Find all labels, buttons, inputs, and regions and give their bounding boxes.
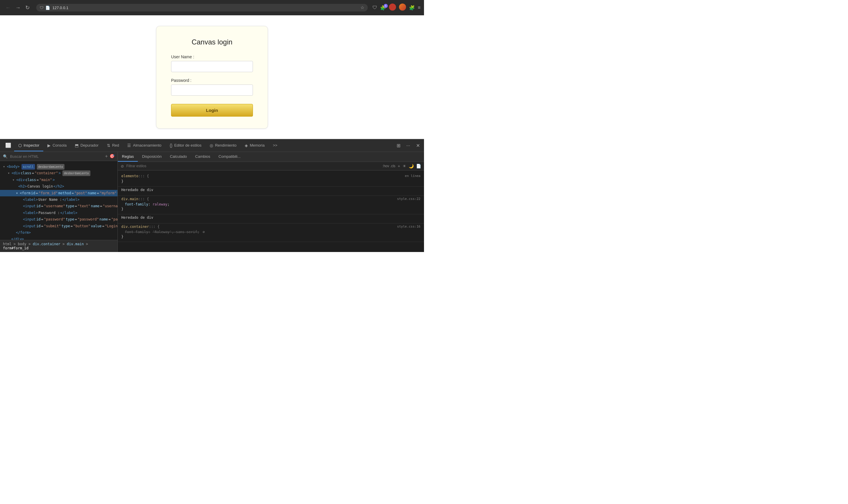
- scroll-badge: scroll: [21, 164, 35, 169]
- tab-reglas[interactable]: Reglas: [118, 152, 138, 162]
- pick-element-icon[interactable]: 🎯: [110, 154, 114, 159]
- devtools-tab-picker[interactable]: ⬜: [2, 140, 14, 151]
- style-divcontainer-close: }: [121, 235, 420, 239]
- style-section-heredado1: Heredado de div: [118, 187, 424, 196]
- address-input[interactable]: [52, 5, 358, 10]
- add-node-icon[interactable]: +: [105, 154, 108, 159]
- tab-inspector-label: Inspector: [23, 143, 39, 147]
- picker-icon: ⬜: [5, 143, 11, 148]
- style-divmain-close: }: [121, 207, 420, 211]
- page-icon: 📄: [46, 5, 50, 10]
- address-bar-icons: 🛡 📄: [40, 5, 50, 10]
- html-search-actions: + 🎯: [105, 154, 114, 159]
- refresh-button[interactable]: ↻: [23, 3, 32, 12]
- tree-input-password[interactable]: <input id="password" type="password" nam…: [0, 216, 118, 222]
- style-close-brace: }: [121, 179, 420, 183]
- extensions-icon[interactable]: 🧩: [409, 5, 415, 11]
- tree-h2[interactable]: <h2>Canvas login</h2>: [0, 183, 118, 190]
- tab-cambios[interactable]: Cambios: [191, 152, 214, 162]
- login-button[interactable]: Login: [171, 104, 253, 116]
- tab-network-label: Red: [112, 143, 119, 147]
- password-label: Password :: [171, 78, 253, 83]
- forward-button[interactable]: →: [14, 3, 22, 12]
- screenshot-button[interactable]: 📄: [416, 164, 421, 168]
- html-search-bar: 🔍 + 🎯: [0, 152, 118, 161]
- tab-disposicion[interactable]: Disposición: [138, 152, 165, 162]
- inspector-icon: ⬡: [18, 143, 22, 148]
- browser-chrome: ← → ↻ 🛡 📄 ☆ 🛡 🧩 5 🧩 ≡: [0, 0, 424, 15]
- tab-storage[interactable]: ☰ Almacenamiento: [123, 140, 165, 151]
- badge-count: 5: [384, 4, 388, 8]
- tree-div-main[interactable]: ▾ <div class="main">: [0, 177, 118, 183]
- nav-buttons: ← → ↻: [3, 3, 32, 12]
- breadcrumb: html > body > div.container > div.main >…: [0, 240, 118, 252]
- styles-toolbar: ⊘ :hov .cls + ☀ 🌙 📄: [118, 162, 424, 170]
- devtools-panel: ⬜ ⬡ Inspector ▶ Consola ⬒ Depurador ⇅ Re…: [0, 139, 424, 252]
- style-section-divcontainer: div.container ::: { style.css:16 font-fa…: [118, 223, 424, 242]
- layout-toggle-button[interactable]: ⊞: [395, 142, 402, 149]
- back-button[interactable]: ←: [3, 3, 12, 12]
- profile-icon[interactable]: [389, 3, 396, 12]
- tree-body[interactable]: ▾ <body> scroll desbordamiento: [0, 163, 118, 170]
- tab-debugger[interactable]: ⬒ Depurador: [71, 140, 103, 151]
- styles-panel: Reglas Disposición Calculado Cambios Com…: [118, 152, 424, 252]
- tab-network[interactable]: ⇅ Red: [103, 140, 123, 151]
- tree-div-container[interactable]: ▾ <div class="container"> desbordamiento: [0, 170, 118, 176]
- tree-input-username[interactable]: <input id="username" type="text" name="u…: [0, 203, 118, 209]
- performance-icon: ◎: [210, 143, 213, 148]
- profile-icon2[interactable]: [399, 3, 406, 12]
- heredado2-label: Heredado de div: [121, 216, 153, 220]
- browser-right-icons: 🛡 🧩 5 🧩 ≡: [373, 3, 420, 12]
- style-divcontainer-fontfamily: font-family: 'Raleway', sans-serif; ⊘: [121, 230, 420, 234]
- source-divmain: style.css:22: [397, 197, 420, 201]
- tab-console[interactable]: ▶ Consola: [43, 140, 71, 151]
- hov-cls-label[interactable]: :hov .cls: [382, 164, 395, 168]
- star-icon[interactable]: ☆: [360, 5, 364, 10]
- html-tree: ▾ <body> scroll desbordamiento ▾ <div cl…: [0, 161, 118, 240]
- divcontainer-selector: div.container: [121, 224, 149, 229]
- tab-style-editor[interactable]: {} Editor de estilos: [165, 140, 205, 151]
- tab-style-editor-label: Editor de estilos: [174, 143, 202, 147]
- styles-tabs: Reglas Disposición Calculado Cambios Com…: [118, 152, 424, 162]
- tab-memory[interactable]: ◈ Memoria: [240, 140, 269, 151]
- password-group: Password :: [171, 78, 253, 96]
- devtools-tab-bar: ⬜ ⬡ Inspector ▶ Consola ⬒ Depurador ⇅ Re…: [0, 140, 424, 152]
- tab-calculado[interactable]: Calculado: [166, 152, 191, 162]
- tree-input-submit[interactable]: <input id="submit" type="button" value="…: [0, 223, 118, 229]
- tab-performance-label: Rendimiento: [215, 143, 236, 147]
- debugger-icon: ⬒: [75, 143, 78, 148]
- close-devtools-button[interactable]: ✕: [414, 142, 422, 149]
- tab-storage-label: Almacenamiento: [133, 143, 161, 147]
- tab-more[interactable]: >>: [269, 140, 282, 151]
- tree-label-password[interactable]: <label>Password :</label>: [0, 210, 118, 216]
- network-icon: ⇅: [107, 143, 110, 148]
- more-options-button[interactable]: ···: [404, 142, 412, 149]
- shield-check-icon: 🛡: [373, 5, 377, 10]
- tree-label-username[interactable]: <label>User Name :</label>: [0, 196, 118, 203]
- username-input[interactable]: [171, 61, 253, 72]
- style-section-elemento-header: elemento ::: { en línea: [121, 174, 420, 178]
- html-panel: 🔍 + 🎯 ▾ <body> scroll desbordamiento: [0, 152, 118, 252]
- tab-compatibilidad[interactable]: Compatibili...: [214, 152, 245, 162]
- tree-form-close[interactable]: </form>: [0, 229, 118, 236]
- tab-debugger-label: Depurador: [80, 143, 98, 147]
- tree-div-close[interactable]: </div>: [0, 236, 118, 240]
- tab-memory-label: Memoria: [250, 143, 265, 147]
- tab-performance[interactable]: ◎ Rendimiento: [205, 140, 240, 151]
- dark-mode-button[interactable]: 🌙: [409, 164, 414, 168]
- storage-icon: ☰: [127, 143, 131, 148]
- menu-icon[interactable]: ≡: [418, 5, 420, 10]
- light-mode-button[interactable]: ☀: [402, 164, 406, 168]
- add-rule-button[interactable]: +: [398, 164, 400, 168]
- password-input[interactable]: [171, 85, 253, 96]
- tab-console-label: Consola: [52, 143, 67, 147]
- filter-input[interactable]: [126, 164, 380, 168]
- html-search-input[interactable]: [10, 154, 103, 159]
- more-icon: >>: [273, 143, 277, 147]
- tab-inspector[interactable]: ⬡ Inspector: [14, 140, 43, 151]
- content-area: Canvas login User Name : Password : Logi…: [0, 15, 424, 139]
- style-section-heredado2: Heredado de div: [118, 214, 424, 223]
- extensions-badge: 🧩 5: [380, 5, 386, 11]
- devtools-right-controls: ⊞ ··· ✕: [395, 142, 422, 149]
- tree-form[interactable]: ▾ <form id="form_id" method="post" name=…: [0, 190, 118, 196]
